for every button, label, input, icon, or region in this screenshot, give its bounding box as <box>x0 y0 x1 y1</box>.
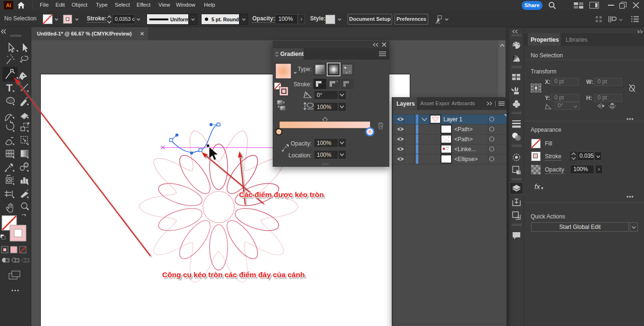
svg-text:Layer 1: Layer 1 <box>443 116 462 123</box>
svg-text:<Linke...: <Linke... <box>454 146 476 153</box>
svg-text:Location:: Location: <box>288 152 312 159</box>
svg-text:<Path>: <Path> <box>454 126 473 133</box>
svg-text:100%: 100% <box>317 104 331 110</box>
svg-text:<Path>: <Path> <box>454 136 473 143</box>
svg-text:Opacity:: Opacity: <box>291 140 312 147</box>
svg-text:Type:: Type: <box>298 66 312 72</box>
svg-text:0°: 0° <box>317 92 322 99</box>
svg-text:Stroke:: Stroke: <box>294 81 312 88</box>
svg-text:100%: 100% <box>317 152 331 158</box>
svg-text:<Ellipse>: <Ellipse> <box>454 156 478 163</box>
svg-text:100%: 100% <box>317 140 331 146</box>
svg-text:T: T <box>6 82 13 94</box>
